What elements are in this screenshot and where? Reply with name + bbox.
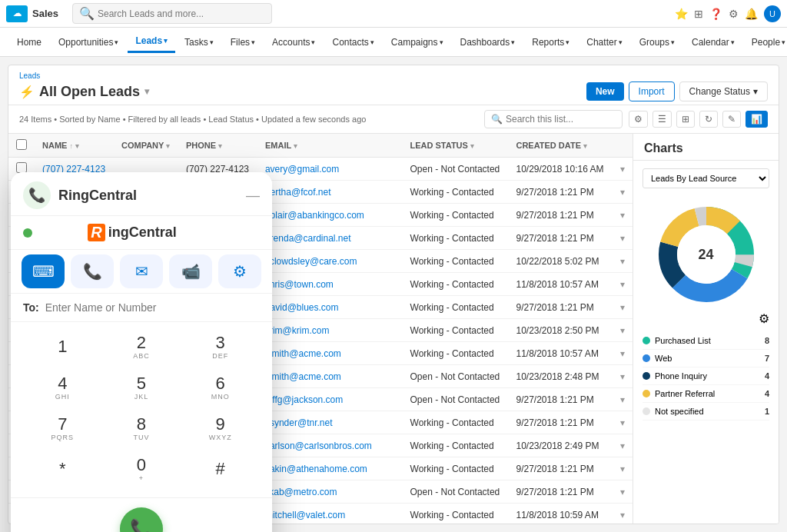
dialpad-key[interactable]: 3 DEF [181, 327, 260, 367]
lead-email-link[interactable]: jeffg@jackson.com [265, 394, 343, 405]
row-menu[interactable]: ▾ [613, 273, 633, 296]
dialpad-key[interactable]: 7 PQRS [23, 408, 102, 449]
select-all-checkbox[interactable] [16, 139, 27, 150]
nav-calendar[interactable]: Calendar ▾ [684, 32, 742, 52]
import-button[interactable]: Import [629, 81, 675, 101]
nav-reports[interactable]: Reports ▾ [524, 32, 577, 52]
col-phone[interactable]: PHONE ▾ [178, 134, 257, 158]
dialpad-key[interactable]: 6 MNO [181, 367, 260, 408]
chart-settings[interactable]: ⚙ [643, 311, 769, 326]
nav-leads[interactable]: Leads ▾ [128, 31, 175, 53]
rc-green-call-button[interactable]: 📞 [120, 507, 163, 532]
nav-home[interactable]: Home [9, 32, 49, 52]
row-menu[interactable]: ▾ [613, 411, 633, 434]
rc-to-row: To: [11, 294, 272, 322]
row-menu[interactable]: ▾ [613, 480, 633, 504]
nav-people[interactable]: People ▾ [744, 32, 787, 52]
lead-email-link[interactable]: likab@metro.com [265, 487, 337, 497]
star-icon[interactable]: ⭐ [675, 8, 688, 20]
bell-icon[interactable]: 🔔 [745, 8, 758, 20]
rc-video-button[interactable]: 📹 [169, 254, 212, 288]
row-menu[interactable]: ▾ [613, 250, 633, 273]
row-menu[interactable]: ▾ [613, 504, 633, 524]
avatar[interactable]: U [764, 5, 781, 22]
row-menu[interactable]: ▾ [613, 388, 633, 411]
dialpad-key[interactable]: 5 JKL [102, 367, 181, 408]
dialpad-key[interactable]: 8 TUV [102, 408, 181, 449]
lead-email-link[interactable]: bertha@fcof.net [265, 187, 331, 198]
row-menu[interactable]: ▾ [613, 434, 633, 457]
rc-to-input[interactable] [45, 301, 260, 314]
lead-email-link[interactable]: david@blues.com [265, 302, 339, 313]
refresh-btn[interactable]: ↻ [699, 111, 718, 128]
kanban-view-btn[interactable]: ⊞ [676, 111, 695, 128]
col-company[interactable]: COMPANY ▾ [114, 134, 178, 158]
rc-minimize-button[interactable]: — [246, 188, 260, 204]
lead-email-link[interactable]: chris@town.com [265, 279, 334, 290]
dialpad-key[interactable]: # [181, 449, 260, 490]
table-view-btn[interactable]: ☰ [653, 111, 672, 128]
row-select-checkbox[interactable] [16, 162, 27, 173]
row-menu[interactable]: ▾ [613, 181, 633, 204]
row-created: 9/27/2018 1:21 PM [508, 227, 612, 250]
dialpad-key[interactable]: * [23, 449, 102, 490]
rc-message-button[interactable]: ✉ [120, 254, 163, 288]
lead-email-link[interactable]: carlson@carlsonbros.com [265, 441, 372, 451]
list-search[interactable]: 🔍 [484, 110, 623, 128]
settings-icon-btn[interactable]: ⚙ [629, 111, 648, 128]
rc-dialpad-button[interactable]: ⌨ [22, 254, 65, 288]
lead-email-link[interactable]: jsmith@acme.com [265, 348, 341, 359]
nav-tasks[interactable]: Tasks ▾ [177, 32, 221, 52]
row-menu[interactable]: ▾ [613, 204, 633, 227]
rc-title-bar: 📞 RingCentral — [11, 172, 272, 216]
lead-email-link[interactable]: ksynder@tnr.net [265, 417, 333, 428]
nav-groups[interactable]: Groups ▾ [632, 32, 682, 52]
rc-call-button[interactable]: 📞 [71, 254, 114, 288]
lead-email-link[interactable]: avery@gmail.com [265, 164, 339, 175]
lead-email-link[interactable]: krim@krim.com [265, 325, 330, 336]
lead-email-link[interactable]: jsmith@acme.com [265, 371, 341, 382]
grid-icon[interactable]: ⊞ [694, 8, 703, 20]
col-email[interactable]: EMAIL ▾ [257, 134, 403, 158]
row-menu[interactable]: ▾ [613, 227, 633, 250]
edit-btn[interactable]: ✎ [722, 111, 741, 128]
row-menu[interactable]: ▾ [613, 319, 633, 342]
lead-email-link[interactable]: cclowdsley@care.com [265, 256, 357, 267]
col-name[interactable]: NAME ↑ ▾ [35, 134, 114, 158]
rc-settings-button[interactable]: ⚙ [218, 254, 261, 288]
dialpad-key[interactable]: 0 + [102, 449, 181, 490]
row-menu[interactable]: ▾ [613, 457, 633, 480]
lead-email-link[interactable]: brenda@cardinal.net [265, 233, 351, 244]
lead-email-link[interactable]: kakin@athenahome.com [265, 464, 367, 474]
nav-contacts[interactable]: Contacts ▾ [324, 32, 381, 52]
nav-campaigns[interactable]: Campaigns ▾ [384, 32, 451, 52]
nav-chatter[interactable]: Chatter ▾ [579, 32, 629, 52]
nav-dashboards[interactable]: Dashboards ▾ [453, 32, 523, 52]
chart-type-select[interactable]: Leads By Lead Source [643, 168, 769, 188]
nav-opportunities[interactable]: Opportunities ▾ [51, 32, 126, 52]
row-menu[interactable]: ▾ [613, 158, 633, 181]
list-search-input[interactable] [506, 114, 616, 125]
col-created-date[interactable]: CREATED DATE ▾ [508, 134, 612, 158]
dialpad-key[interactable]: 1 [23, 327, 102, 367]
change-status-button[interactable]: Change Status ▾ [679, 81, 768, 101]
row-menu[interactable]: ▾ [613, 296, 633, 319]
dialpad-key[interactable]: 9 WXYZ [181, 408, 260, 449]
title-dropdown-icon[interactable]: ▾ [144, 86, 149, 97]
row-menu[interactable]: ▾ [613, 365, 633, 388]
global-search[interactable]: 🔍 [72, 3, 272, 24]
row-menu[interactable]: ▾ [613, 342, 633, 365]
nav-files[interactable]: Files ▾ [223, 32, 263, 52]
nav-accounts[interactable]: Accounts ▾ [264, 32, 323, 52]
col-lead-status[interactable]: LEAD STATUS ▾ [403, 134, 509, 158]
help-icon[interactable]: ❓ [709, 8, 722, 20]
dialpad-key[interactable]: 2 ABC [102, 327, 181, 367]
chart-btn[interactable]: 📊 [745, 111, 768, 128]
setup-icon[interactable]: ⚙ [729, 8, 739, 20]
lead-email-link[interactable]: bblair@abankingco.com [265, 210, 364, 221]
search-input[interactable] [98, 8, 265, 19]
new-button[interactable]: New [586, 82, 624, 101]
lead-email-link[interactable]: mitchell@valet.com [265, 510, 345, 520]
dialpad-key[interactable]: 4 GHI [23, 367, 102, 408]
settings-icon[interactable]: ⚙ [759, 312, 769, 325]
